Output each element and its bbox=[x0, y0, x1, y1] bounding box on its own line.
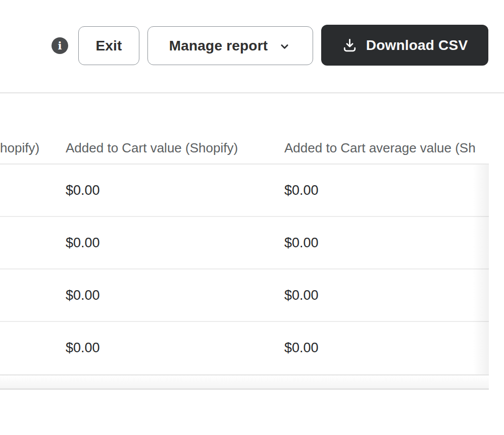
cell-added-to-cart-average-value: $0.00 bbox=[284, 269, 319, 321]
cell-added-to-cart-value: $0.00 bbox=[66, 269, 100, 321]
exit-button-label: Exit bbox=[95, 38, 122, 54]
column-header-added-to-cart-average-value[interactable]: Added to Cart average value (Sh bbox=[284, 140, 476, 156]
manage-report-button[interactable]: Manage report bbox=[147, 26, 313, 65]
chevron-down-icon bbox=[278, 40, 291, 53]
manage-report-label: Manage report bbox=[169, 38, 268, 54]
download-icon bbox=[342, 37, 358, 53]
download-csv-button[interactable]: Download CSV bbox=[321, 25, 488, 66]
report-page: i Exit Manage report Download CSV hopify… bbox=[0, 0, 504, 435]
column-header-added-to-cart[interactable]: hopify) bbox=[0, 140, 39, 156]
download-csv-label: Download CSV bbox=[366, 37, 468, 53]
table-row: $0.00 $0.00 bbox=[0, 165, 489, 217]
column-header-added-to-cart-value[interactable]: Added to Cart value (Shopify) bbox=[66, 140, 238, 156]
cell-added-to-cart-value: $0.00 bbox=[66, 165, 100, 216]
toolbar-divider bbox=[0, 92, 504, 93]
table-row: $0.00 $0.00 bbox=[0, 269, 489, 322]
cell-added-to-cart-value: $0.00 bbox=[66, 217, 100, 268]
cell-added-to-cart-average-value: $0.00 bbox=[284, 322, 319, 373]
exit-button[interactable]: Exit bbox=[78, 26, 139, 65]
cell-added-to-cart-value: $0.00 bbox=[66, 322, 100, 373]
cell-added-to-cart-average-value: $0.00 bbox=[284, 165, 319, 216]
cell-added-to-cart-average-value: $0.00 bbox=[284, 217, 319, 268]
horizontal-scrollbar-track[interactable] bbox=[0, 374, 489, 390]
table-row: $0.00 $0.00 bbox=[0, 217, 489, 269]
info-icon: i bbox=[58, 40, 62, 51]
info-button[interactable]: i bbox=[52, 37, 68, 54]
table-row: $0.00 $0.00 bbox=[0, 322, 489, 374]
